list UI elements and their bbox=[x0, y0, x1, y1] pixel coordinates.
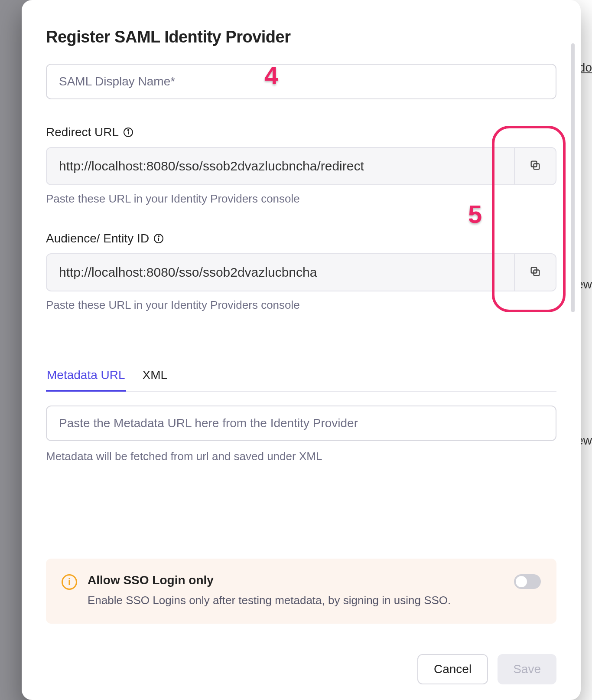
redirect-url-value: http://localhost:8080/sso/ssob2dvazlucbn… bbox=[47, 148, 514, 184]
save-button[interactable]: Save bbox=[498, 654, 556, 684]
redirect-url-label: Redirect URL bbox=[46, 125, 556, 139]
copy-icon bbox=[529, 265, 541, 279]
notice-text: Enable SSO Logins only after testing met… bbox=[88, 592, 504, 609]
copy-audience-button[interactable] bbox=[514, 254, 556, 291]
audience-field: http://localhost:8080/sso/ssob2dvazlucbn… bbox=[46, 253, 556, 291]
audience-label-text: Audience/ Entity ID bbox=[46, 232, 149, 245]
audience-hint: Paste these URL in your Identity Provide… bbox=[46, 298, 556, 312]
audience-label: Audience/ Entity ID bbox=[46, 232, 556, 245]
cancel-button[interactable]: Cancel bbox=[417, 654, 488, 684]
audience-value: http://localhost:8080/sso/ssob2dvazlucbn… bbox=[47, 254, 514, 291]
copy-redirect-url-button[interactable] bbox=[514, 148, 556, 184]
metadata-tabs: Metadata URL XML bbox=[46, 364, 556, 392]
tab-metadata-url[interactable]: Metadata URL bbox=[46, 364, 126, 392]
redirect-url-label-text: Redirect URL bbox=[46, 125, 119, 139]
modal-register-saml: Register SAML Identity Provider Redirect… bbox=[22, 0, 581, 700]
redirect-url-hint: Paste these URL in your Identity Provide… bbox=[46, 192, 556, 206]
metadata-hint: Metadata will be fetched from url and sa… bbox=[46, 450, 556, 463]
modal-footer: Cancel Save bbox=[417, 654, 556, 684]
info-icon: i bbox=[62, 574, 77, 590]
notice-title: Allow SSO Login only bbox=[88, 573, 504, 587]
saml-display-name-input[interactable] bbox=[46, 64, 556, 99]
modal-title: Register SAML Identity Provider bbox=[46, 28, 556, 46]
copy-icon bbox=[529, 159, 541, 173]
svg-point-7 bbox=[158, 236, 159, 237]
sso-only-toggle[interactable] bbox=[514, 574, 541, 589]
info-icon[interactable] bbox=[123, 127, 133, 137]
svg-point-2 bbox=[128, 130, 129, 131]
tab-xml[interactable]: XML bbox=[142, 364, 169, 391]
sso-only-notice: i Allow SSO Login only Enable SSO Logins… bbox=[46, 559, 556, 624]
redirect-url-field: http://localhost:8080/sso/ssob2dvazlucbn… bbox=[46, 147, 556, 185]
metadata-url-input[interactable] bbox=[46, 406, 556, 441]
info-icon[interactable] bbox=[153, 233, 164, 244]
modal-scrollbar[interactable] bbox=[571, 43, 575, 700]
